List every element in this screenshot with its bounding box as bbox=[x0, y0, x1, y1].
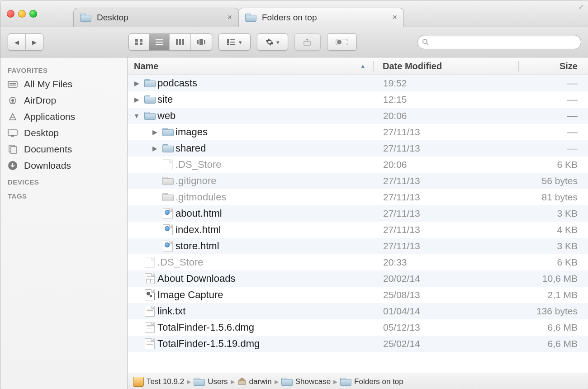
forward-button[interactable]: ▶ bbox=[25, 34, 43, 50]
file-name: store.html bbox=[175, 240, 219, 252]
tab-desktop[interactable]: Desktop × bbox=[73, 8, 239, 27]
svg-rect-33 bbox=[11, 147, 16, 153]
svg-rect-5 bbox=[156, 42, 163, 43]
close-tab-icon[interactable]: × bbox=[227, 13, 232, 22]
file-row[interactable]: .gitmodules27/11/1381 bytes bbox=[128, 189, 588, 205]
file-row[interactable]: ▶site12:15–– bbox=[128, 91, 588, 108]
file-row[interactable]: .gitignore27/11/1356 bytes bbox=[128, 173, 588, 189]
path-segment[interactable]: Users bbox=[194, 377, 228, 386]
file-row[interactable]: ▼web20:06–– bbox=[128, 108, 588, 124]
close-tab-icon[interactable]: × bbox=[392, 13, 397, 22]
dual-mode-button[interactable] bbox=[327, 33, 357, 51]
view-list-button[interactable] bbox=[149, 34, 169, 50]
column-header-name[interactable]: Name ▲ bbox=[128, 61, 374, 71]
sidebar-item-applications[interactable]: Applications bbox=[0, 109, 127, 125]
disk-icon bbox=[133, 377, 144, 387]
file-name: shared bbox=[175, 142, 206, 154]
file-name: .gitmodules bbox=[175, 191, 227, 203]
file-row[interactable]: TotalFinder-1.5.19.dmg25/02/146,6 MB bbox=[128, 336, 588, 352]
file-date: 27/11/13 bbox=[374, 241, 519, 251]
tab-label: Desktop bbox=[97, 13, 128, 23]
file-row[interactable]: about.html27/11/133 KB bbox=[128, 205, 588, 222]
fullscreen-icon[interactable]: ⤢ bbox=[579, 3, 584, 10]
disclosure-closed-icon[interactable]: ▶ bbox=[151, 145, 158, 152]
close-window-button[interactable] bbox=[7, 10, 14, 18]
sidebar-item-documents[interactable]: Documents bbox=[0, 141, 127, 157]
file-row[interactable]: .DS_Store20:066 KB bbox=[128, 157, 588, 173]
chevron-down-icon: ▾ bbox=[239, 39, 242, 46]
file-date: 20:06 bbox=[374, 110, 519, 121]
path-segment[interactable]: darwin bbox=[237, 377, 272, 387]
action-button[interactable]: ▾ bbox=[257, 33, 288, 51]
file-row[interactable]: store.html27/11/133 KB bbox=[128, 238, 588, 254]
coverflow-icon bbox=[197, 39, 205, 45]
file-name: TotalFinder-1.5.6.dmg bbox=[157, 322, 254, 333]
svg-rect-7 bbox=[176, 39, 178, 45]
file-list[interactable]: ▶podcasts19:52––▶site12:15––▼web20:06––▶… bbox=[128, 75, 588, 374]
finder-window: { "tabs": [ {"label":"Desktop","active":… bbox=[0, 0, 588, 389]
file-name: site bbox=[157, 94, 173, 105]
sidebar-item-label: Desktop bbox=[24, 128, 59, 138]
file-row[interactable]: link.txt01/04/14136 bytes bbox=[128, 303, 588, 319]
airdrop-icon bbox=[7, 95, 19, 105]
file-size: 4 KB bbox=[519, 224, 588, 235]
file-row[interactable]: index.html27/11/134 KB bbox=[128, 222, 588, 238]
sidebar-item-airdrop[interactable]: AirDrop bbox=[0, 92, 127, 109]
file-date: 27/11/13 bbox=[374, 127, 519, 138]
minimize-window-button[interactable] bbox=[18, 10, 26, 18]
folder-icon bbox=[144, 79, 156, 87]
file-row[interactable]: ▶podcasts19:52–– bbox=[128, 75, 588, 91]
arrange-button[interactable]: ▾ bbox=[218, 33, 251, 51]
sidebar-item-desktop[interactable]: Desktop bbox=[0, 125, 127, 141]
file-size: –– bbox=[519, 110, 588, 121]
disk-image-icon bbox=[145, 322, 155, 333]
file-name: about.html bbox=[175, 208, 222, 219]
file-name: web bbox=[157, 110, 175, 122]
sidebar-item-label: Applications bbox=[24, 111, 75, 122]
file-view: Name ▲ Date Modified Size ▶podcasts19:52… bbox=[128, 57, 588, 389]
html-file-icon bbox=[163, 208, 173, 219]
file-row[interactable]: .DS_Store20:336 KB bbox=[128, 254, 588, 270]
file-date: 20:33 bbox=[374, 257, 519, 268]
path-segment[interactable]: Showcase bbox=[281, 377, 331, 386]
sidebar-item-all-my-files[interactable]: All My Files bbox=[0, 76, 127, 92]
file-row[interactable]: ▶images27/11/13–– bbox=[128, 124, 588, 140]
folder-icon bbox=[245, 14, 256, 22]
tab-folders-on-top[interactable]: Folders on top × bbox=[238, 8, 404, 27]
file-row[interactable]: ▶shared27/11/13–– bbox=[128, 140, 588, 157]
search-input[interactable] bbox=[432, 38, 576, 47]
file-size: –– bbox=[519, 78, 588, 89]
back-button[interactable]: ◀ bbox=[8, 34, 25, 50]
search-field[interactable] bbox=[417, 35, 581, 49]
disclosure-closed-icon[interactable]: ▶ bbox=[151, 128, 158, 136]
sidebar-heading-favorites: FAVORITES bbox=[0, 62, 127, 76]
webloc-icon bbox=[145, 273, 155, 284]
svg-rect-12 bbox=[204, 40, 205, 44]
file-name: podcasts bbox=[157, 77, 197, 89]
sidebar-item-downloads[interactable]: Downloads bbox=[0, 157, 127, 174]
view-coverflow-button[interactable] bbox=[190, 34, 212, 50]
sort-ascending-icon: ▲ bbox=[360, 62, 366, 70]
disclosure-open-icon[interactable]: ▼ bbox=[133, 112, 140, 119]
chevron-right-icon: ▶ bbox=[231, 379, 235, 385]
file-row[interactable]: Image Capture25/08/132,1 MB bbox=[128, 287, 588, 303]
share-button[interactable] bbox=[294, 33, 321, 51]
path-label: Test 10.9.2 bbox=[147, 377, 184, 386]
file-row[interactable]: TotalFinder-1.5.6.dmg05/12/136,6 MB bbox=[128, 319, 588, 336]
sidebar-heading-tags: TAGS bbox=[0, 188, 127, 202]
folder-icon bbox=[340, 378, 351, 386]
disclosure-closed-icon[interactable]: ▶ bbox=[133, 96, 140, 103]
path-bar[interactable]: Test 10.9.2▶Users▶darwin▶Showcase▶Folder… bbox=[128, 374, 588, 389]
file-row[interactable]: About Downloads20/02/1410,6 MB bbox=[128, 270, 588, 287]
column-header-size[interactable]: Size bbox=[519, 61, 588, 71]
view-columns-button[interactable] bbox=[169, 34, 190, 50]
downloads-icon bbox=[7, 161, 19, 171]
column-header-date[interactable]: Date Modified bbox=[374, 61, 519, 71]
file-size: –– bbox=[519, 94, 588, 105]
view-icons-button[interactable] bbox=[129, 34, 149, 50]
path-segment[interactable]: Folders on top bbox=[340, 377, 403, 386]
folder-icon bbox=[162, 177, 174, 185]
zoom-window-button[interactable] bbox=[29, 10, 37, 18]
disclosure-closed-icon[interactable]: ▶ bbox=[133, 80, 140, 87]
path-segment[interactable]: Test 10.9.2 bbox=[133, 377, 184, 387]
